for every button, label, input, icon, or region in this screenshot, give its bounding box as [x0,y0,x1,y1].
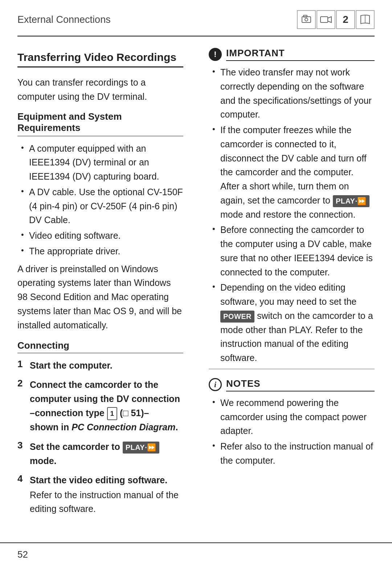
header-icon-book [356,10,375,29]
header-title: External Connections [17,14,111,25]
important-box: ! IMPORTANT The video transfer may not w… [209,48,375,369]
header-divider [17,36,375,37]
step-4: 4 Start the video editing software. Refe… [17,473,183,516]
notes-label: NOTES [226,378,375,391]
list-item: The video transfer may not work correctl… [212,65,375,122]
list-item: We recommend powering the camcorder usin… [212,396,375,438]
list-item: A DV cable. Use the optional CV-150F (4 … [21,185,183,227]
intro-text: You can transfer recordings to a compute… [17,75,183,104]
list-item: Before connecting the camcorder to the c… [212,223,375,279]
play-badge-2: PLAY·⏩ [333,195,369,207]
step-number-3: 3 [17,440,30,451]
step-4-content: Start the video editing software. Refer … [30,473,183,516]
equipment-title: Equipment and System Requirements [17,111,183,136]
svg-marker-4 [328,17,331,22]
play-badge: PLAY·⏩ [123,442,159,454]
important-label: IMPORTANT [226,48,375,61]
step-2: 2 Connect the camcorder to the computer … [17,378,183,434]
equipment-list: A computer equipped with an IEEE1394 (DV… [17,142,183,258]
section-title: Transferring Video Recordings [17,51,183,67]
right-column: ! IMPORTANT The video transfer may not w… [205,48,375,521]
page-header: External Connections 2 [0,0,392,36]
important-icon: ! [209,48,222,61]
header-icon-number: 2 [336,10,355,29]
step-2-content: Connect the camcorder to the computer us… [30,378,183,434]
page-number: 52 [17,549,28,560]
main-content: Transferring Video Recordings You can tr… [0,44,392,521]
connecting-title: Connecting [17,340,183,353]
power-badge: POWER [220,311,254,323]
header-icon-1 [297,10,316,29]
step-number-4: 4 [17,473,30,484]
left-column: Transferring Video Recordings You can tr… [17,48,191,521]
step-3: 3 Set the camcorder to PLAY·⏩ mode. [17,440,183,468]
svg-point-2 [305,18,308,21]
step-number-2: 2 [17,378,30,389]
page-wrapper: External Connections 2 [0,0,392,566]
important-list: The video transfer may not work correctl… [209,65,375,365]
svg-rect-3 [320,17,328,22]
step-1: 1 Start the computer. [17,358,183,373]
step-3-content: Set the camcorder to PLAY·⏩ mode. [30,440,183,468]
type-badge: 1 [107,407,118,420]
notes-list: We recommend powering the camcorder usin… [209,396,375,468]
header-icons: 2 [297,10,375,29]
list-item: Video editing software. [21,229,183,243]
important-header: ! IMPORTANT [209,48,375,61]
step-1-content: Start the computer. [30,358,183,373]
page-footer: 52 [0,542,392,566]
notes-box: i NOTES We recommend powering the camcor… [209,378,375,468]
svg-rect-1 [303,15,307,17]
svg-rect-0 [302,17,311,22]
list-item: A computer equipped with an IEEE1394 (DV… [21,142,183,184]
equipment-extra: A driver is preinstalled on Windows oper… [17,262,183,332]
notes-header: i NOTES [209,378,375,391]
list-item: The appropriate driver. [21,244,183,258]
list-item: Depending on the video editing software,… [212,280,375,365]
list-item: If the computer freezes while the camcor… [212,123,375,221]
header-icon-2 [317,10,335,29]
list-item: Refer also to the instruction manual of … [212,439,375,468]
step-number-1: 1 [17,358,30,370]
notes-icon: i [209,378,222,391]
